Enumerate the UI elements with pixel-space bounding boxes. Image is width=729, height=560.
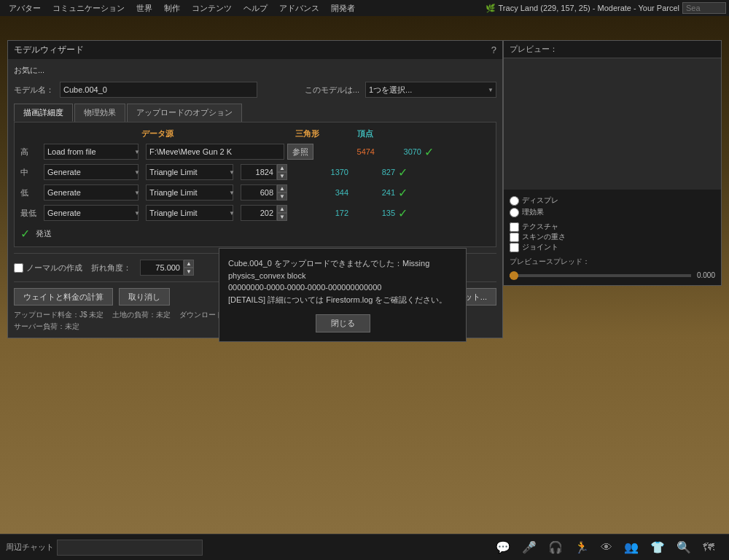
angle-input[interactable] bbox=[140, 260, 184, 276]
menu-content[interactable]: コンテンツ bbox=[186, 1, 238, 15]
lod-mid-vertices: 827 bbox=[351, 168, 395, 176]
menu-world[interactable]: 世界 bbox=[130, 1, 158, 15]
lod-label-mid: 中 bbox=[20, 167, 41, 178]
lod-high-browse-button[interactable]: 参照 bbox=[287, 144, 313, 160]
menu-dev[interactable]: 開発者 bbox=[325, 1, 361, 15]
dialog-titlebar: モデルウィザード ? bbox=[8, 41, 502, 59]
tab-upload[interactable]: アップロードのオプション bbox=[127, 104, 242, 122]
clothing-icon[interactable]: 👕 bbox=[650, 540, 665, 554]
preview-slider-label: プレビュースプレッド： bbox=[510, 257, 590, 267]
angle-label: 折れ角度： bbox=[91, 262, 131, 273]
physics-radio-label[interactable]: 理効果 bbox=[510, 207, 715, 217]
chat-label: 周辺チャット bbox=[6, 542, 54, 553]
lod-low-type-select[interactable]: Triangle Limit bbox=[146, 184, 233, 201]
taskbar-icons: 💬 🎤 🎧 🏃 👁 👥 👕 🔍 🗺 bbox=[481, 540, 729, 554]
normal-checkbox-label[interactable]: ノーマルの作成 bbox=[14, 262, 82, 273]
lod-low-triangles: 344 bbox=[290, 188, 348, 197]
error-dialog: Cube.004_0 をアップロードできませんでした：Missing physi… bbox=[219, 248, 467, 342]
display-radio-label[interactable]: ディスプレ bbox=[510, 195, 715, 206]
tab-physics[interactable]: 物理効果 bbox=[74, 104, 125, 122]
physics-radio[interactable] bbox=[510, 208, 519, 217]
calculate-button[interactable]: ウェイトと料金の計算 bbox=[14, 288, 113, 306]
land-cost: 土地の負荷：未定 bbox=[112, 310, 171, 320]
preview-slider-value: 0.000 bbox=[697, 271, 715, 279]
menu-build[interactable]: 制作 bbox=[158, 1, 186, 15]
upload-cost: アップロード料金：J$ 未定 bbox=[14, 310, 104, 320]
bottom-taskbar: 周辺チャット 💬 🎤 🎧 🏃 👁 👥 👕 🔍 🗺 bbox=[0, 534, 729, 560]
submit-check-icon: ✓ bbox=[20, 227, 30, 241]
preview-canvas bbox=[504, 58, 721, 190]
joint-checkbox[interactable] bbox=[510, 243, 519, 252]
chat-icon[interactable]: 💬 bbox=[496, 540, 510, 554]
model-name-input[interactable] bbox=[60, 82, 257, 98]
lod-low-spinner-down[interactable]: ▼ bbox=[277, 192, 287, 201]
map-icon[interactable]: 🗺 bbox=[703, 541, 714, 554]
lod-lowest-spinner-input[interactable] bbox=[241, 205, 277, 221]
cancel-button[interactable]: 取り消し bbox=[119, 288, 170, 306]
lod-low-spinner-up[interactable]: ▲ bbox=[277, 184, 287, 192]
model-name-label: モデル名： bbox=[14, 85, 54, 96]
lod-high-file-input[interactable] bbox=[146, 144, 284, 160]
lod-mid-spinner-input[interactable] bbox=[241, 164, 277, 180]
dialog-title: モデルウィザード bbox=[14, 44, 84, 56]
search-icon[interactable]: 🔍 bbox=[677, 540, 691, 554]
lod-mid-triangles: 1370 bbox=[290, 168, 348, 176]
error-close-button[interactable]: 閉じる bbox=[316, 314, 370, 332]
lod-label-low: 低 bbox=[20, 187, 41, 198]
display-radio[interactable] bbox=[510, 196, 519, 206]
lod-lowest-triangles: 172 bbox=[290, 209, 348, 217]
search-input[interactable] bbox=[682, 2, 726, 14]
lod-low-spinner-input[interactable] bbox=[241, 184, 277, 201]
model-type-label: このモデルは... bbox=[305, 85, 359, 96]
tab-group: 描画詳細度 物理効果 アップロードのオプション bbox=[14, 104, 496, 122]
menu-advance[interactable]: アドバンス bbox=[273, 1, 325, 15]
col-triangles-header: 三角形 bbox=[295, 129, 319, 138]
mic-icon[interactable]: 🎤 bbox=[522, 540, 537, 554]
lod-row-lowest: 最低 Generate Triangle Limit ▲ ▼ bbox=[20, 205, 490, 221]
lod-lowest-vertices: 135 bbox=[351, 209, 395, 217]
menu-avatar[interactable]: アバター bbox=[3, 1, 47, 15]
lod-lowest-source-select[interactable]: Generate bbox=[44, 205, 139, 221]
tab-lod[interactable]: 描画詳細度 bbox=[14, 104, 73, 122]
texture-checkbox[interactable] bbox=[510, 222, 519, 232]
lod-low-valid-icon: ✓ bbox=[398, 186, 408, 200]
submit-label: 発送 bbox=[36, 228, 52, 239]
lod-mid-type-select[interactable]: Triangle Limit bbox=[146, 164, 233, 180]
angle-spinner-up[interactable]: ▲ bbox=[184, 260, 194, 268]
chat-input[interactable] bbox=[57, 540, 203, 556]
eye-icon[interactable]: 👁 bbox=[601, 541, 612, 554]
lod-high-triangles: 5474 bbox=[316, 147, 375, 156]
menu-communication[interactable]: コミュニケーション bbox=[47, 1, 130, 15]
preview-slider[interactable] bbox=[510, 274, 691, 277]
preview-options: ディスプレ 理効果 テクスチャ スキンの重さ ジョイント プレビュースプレッド： bbox=[504, 190, 721, 285]
lod-lowest-type-select[interactable]: Triangle Limit bbox=[146, 205, 233, 221]
server-cost: サーバー負荷：未定 bbox=[14, 322, 79, 332]
lod-mid-spinner-down[interactable]: ▼ bbox=[277, 172, 287, 180]
lod-row-high: 高 Load from file 参照 5474 3070 ✓ bbox=[20, 144, 490, 160]
skin-weight-checkbox-row: スキンの重さ bbox=[510, 232, 715, 242]
lod-lowest-valid-icon: ✓ bbox=[398, 206, 408, 220]
people-icon[interactable]: 👥 bbox=[624, 540, 639, 554]
dialog-help-icon[interactable]: ? bbox=[491, 44, 496, 55]
run-icon[interactable]: 🏃 bbox=[574, 540, 589, 554]
lod-mid-spinner-up[interactable]: ▲ bbox=[277, 164, 287, 172]
chat-input-area: 周辺チャット bbox=[0, 540, 208, 556]
lod-high-source-select[interactable]: Load from file bbox=[44, 144, 139, 160]
lod-lowest-spinner-down[interactable]: ▼ bbox=[277, 213, 287, 221]
lod-low-source-select[interactable]: Generate bbox=[44, 184, 139, 201]
headphone-icon[interactable]: 🎧 bbox=[548, 540, 563, 554]
model-type-select[interactable]: 1つを選択... bbox=[365, 82, 496, 98]
angle-spinner-down[interactable]: ▼ bbox=[184, 268, 194, 276]
preview-slider-row: プレビュースプレッド： bbox=[510, 257, 715, 267]
lod-mid-source-select[interactable]: Generate bbox=[44, 164, 139, 180]
error-message: Cube.004_0 をアップロードできませんでした：Missing physi… bbox=[228, 257, 457, 306]
skin-weight-checkbox[interactable] bbox=[510, 233, 519, 242]
joint-checkbox-row: ジョイント bbox=[510, 242, 715, 252]
lod-lowest-spinner-up[interactable]: ▲ bbox=[277, 205, 287, 213]
normal-checkbox[interactable] bbox=[14, 263, 23, 273]
menu-help[interactable]: ヘルプ bbox=[238, 1, 273, 15]
col-source-header: データ源 bbox=[141, 129, 174, 138]
lod-table: データ源 三角形 頂点 高 Load from file 参照 bbox=[14, 122, 496, 247]
top-menubar: アバター コミュニケーション 世界 制作 コンテンツ ヘルプ アドバンス 開発者… bbox=[0, 0, 729, 16]
lod-label-high: 高 bbox=[20, 147, 41, 158]
